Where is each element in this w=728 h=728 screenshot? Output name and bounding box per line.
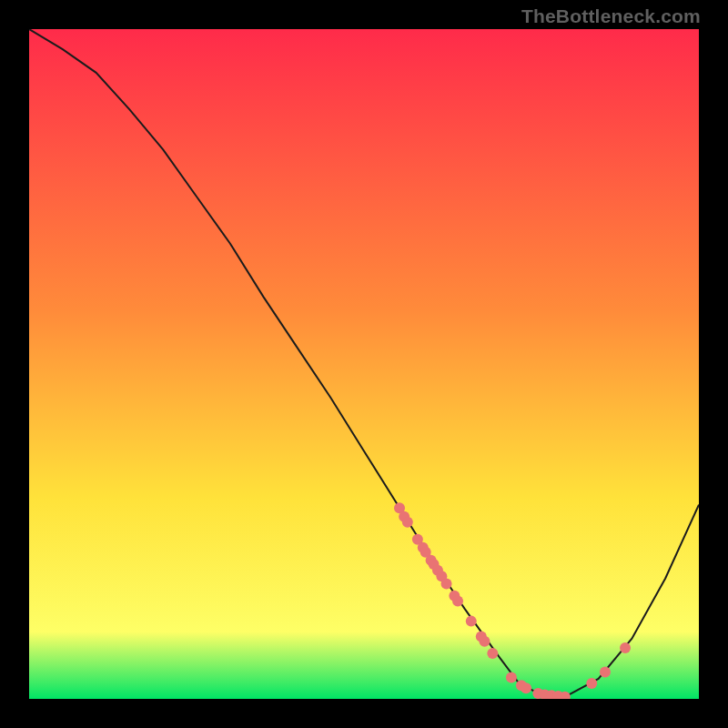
scatter-dot (586, 678, 597, 689)
chart-stage: TheBottleneck.com (0, 0, 728, 728)
scatter-dot (479, 636, 490, 647)
scatter-dot (620, 642, 631, 653)
chart-svg (29, 29, 699, 699)
scatter-dot (487, 648, 498, 659)
watermark-text: TheBottleneck.com (521, 5, 701, 27)
scatter-dot (441, 578, 452, 589)
scatter-dot (506, 672, 517, 682)
scatter-dot (600, 667, 611, 678)
scatter-dot (402, 517, 413, 528)
scatter-dot (452, 596, 463, 607)
scatter-dot (466, 616, 477, 627)
scatter-dot (521, 682, 531, 693)
plot-background (29, 29, 699, 699)
plot-area (29, 29, 699, 699)
